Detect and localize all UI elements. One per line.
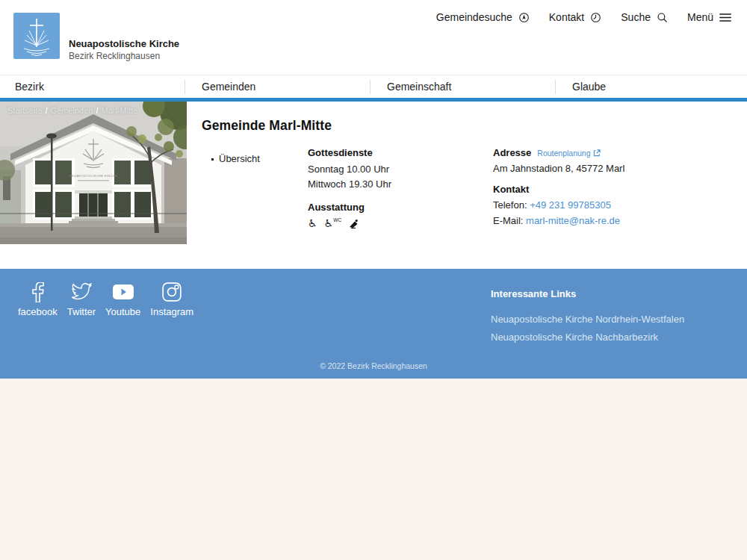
nav-divider	[185, 80, 185, 94]
church-logo[interactable]	[13, 13, 60, 59]
meta-label: Suche	[621, 11, 651, 23]
nav-divider	[370, 80, 371, 94]
address-heading: Adresse	[493, 147, 531, 158]
contact-heading: Kontakt	[493, 184, 624, 195]
phone-link[interactable]: +49 231 99785305	[530, 199, 611, 211]
church-photo: NEUAPOSTOLISCHE KIRCHE	[0, 102, 187, 244]
services-heading: Gottesdienste	[308, 147, 391, 158]
bullet-marker	[211, 158, 214, 161]
social-label: Instagram	[150, 306, 193, 317]
phone-label: Telefon:	[493, 199, 530, 211]
instagram-icon	[162, 282, 182, 302]
site-footer: facebook Twitter Youtube	[0, 269, 747, 379]
social-link-facebook[interactable]: facebook	[18, 281, 58, 317]
site-header: Neuapostolische Kirche Bezirk Recklingha…	[0, 0, 747, 75]
nav-item-bezirk[interactable]: Bezirk	[15, 75, 44, 99]
page-title: Gemeinde Marl-Mitte	[202, 118, 332, 134]
services-column: Gottesdienste Sonntag 10.00 Uhr Mittwoch…	[308, 147, 391, 229]
church-building-illustration: NEUAPOSTOLISCHE KIRCHE	[0, 102, 187, 244]
meta-item-suche[interactable]: Suche	[621, 11, 669, 24]
twitter-icon	[71, 283, 92, 301]
social-links: facebook Twitter Youtube	[18, 281, 193, 317]
wc-label: WC	[333, 217, 341, 223]
breadcrumb: Startseite/Gemeinden/Marl-Mitte	[7, 106, 137, 115]
email-label: E-Mail:	[493, 215, 526, 226]
service-time: Sonntag 10.00 Uhr	[308, 162, 391, 177]
email-link[interactable]: marl-mitte@nak-re.de	[526, 215, 620, 226]
brand-subtitle: Bezirk Recklinghausen	[69, 51, 179, 61]
location-circle-icon	[518, 11, 530, 24]
footer-link-nrw[interactable]: Neuapostolische Kirche Nordrhein-Westfal…	[491, 311, 684, 329]
brand-text: Neuapostolische Kirche Bezirk Recklingha…	[69, 38, 179, 61]
nav-divider	[555, 80, 556, 94]
nav-item-gemeinden[interactable]: Gemeinden	[202, 75, 255, 99]
equipment-heading: Ausstattung	[308, 202, 391, 213]
search-icon	[656, 11, 669, 24]
accessible-wc-icon: ♿WC	[324, 217, 342, 229]
social-label: Twitter	[67, 306, 96, 317]
breadcrumb-startseite[interactable]: Startseite	[7, 106, 42, 115]
youtube-icon	[112, 284, 134, 300]
meta-label: Menü	[687, 11, 713, 23]
wheelchair-icon: ♿	[308, 217, 317, 229]
breadcrumb-current: Marl-Mitte	[101, 106, 137, 115]
external-link-icon	[593, 149, 601, 157]
menu-icon	[719, 12, 732, 23]
street-address: Am Jahnstadion 8, 45772 Marl	[493, 161, 624, 176]
address-column: Adresse Routenplanung Am Jahnstadion 8, …	[493, 147, 624, 228]
meta-item-kontakt[interactable]: Kontakt	[549, 11, 602, 24]
building-sign: NEUAPOSTOLISCHE KIRCHE	[69, 174, 118, 178]
footer-links: Interessante Links Neuapostolische Kirch…	[491, 288, 684, 346]
meta-item-gemeindesuche[interactable]: Gemeindesuche	[436, 11, 530, 24]
clock-icon	[589, 11, 602, 24]
social-label: facebook	[18, 306, 58, 317]
breadcrumb-separator: /	[96, 106, 98, 115]
cross-rays-icon	[13, 13, 60, 59]
copyright: © 2022 Bezirk Recklinghausen	[0, 361, 747, 370]
breadcrumb-gemeinden[interactable]: Gemeinden	[51, 106, 93, 115]
route-planning-label: Routenplanung	[537, 149, 590, 158]
footer-link-nachbarbezirk[interactable]: Neuapostolische Kirche Nachbarbezirk	[491, 329, 684, 346]
route-planning-link[interactable]: Routenplanung	[537, 149, 600, 158]
nav-item-gemeinschaft[interactable]: Gemeinschaft	[387, 75, 451, 99]
page: Neuapostolische Kirche Bezirk Recklingha…	[0, 0, 747, 560]
assistive-listening-icon	[349, 219, 359, 228]
meta-item-menu[interactable]: Menü	[687, 11, 732, 23]
brand-title: Neuapostolische Kirche	[69, 38, 179, 50]
equipment-icons: ♿ ♿WC	[308, 217, 391, 229]
breadcrumb-separator: /	[45, 106, 47, 115]
facebook-icon	[31, 282, 44, 302]
meta-label: Kontakt	[549, 11, 584, 23]
social-link-twitter[interactable]: Twitter	[67, 281, 96, 317]
social-label: Youtube	[105, 306, 140, 317]
footer-links-heading: Interessante Links	[491, 288, 684, 299]
main-nav: Bezirk Gemeinden Gemeinschaft Glaube	[0, 75, 747, 99]
meta-label: Gemeindesuche	[436, 11, 512, 23]
content-area: NEUAPOSTOLISCHE KIRCHE	[0, 102, 747, 269]
subnav-item-uebersicht[interactable]: Übersicht	[219, 153, 260, 164]
meta-nav: Gemeindesuche Kontakt Suche	[436, 8, 732, 26]
nav-item-glaube[interactable]: Glaube	[572, 75, 606, 99]
subnav: Übersicht	[211, 153, 260, 164]
social-link-youtube[interactable]: Youtube	[105, 281, 140, 317]
social-link-instagram[interactable]: Instagram	[150, 281, 193, 317]
service-time: Mittwoch 19.30 Uhr	[308, 177, 391, 192]
